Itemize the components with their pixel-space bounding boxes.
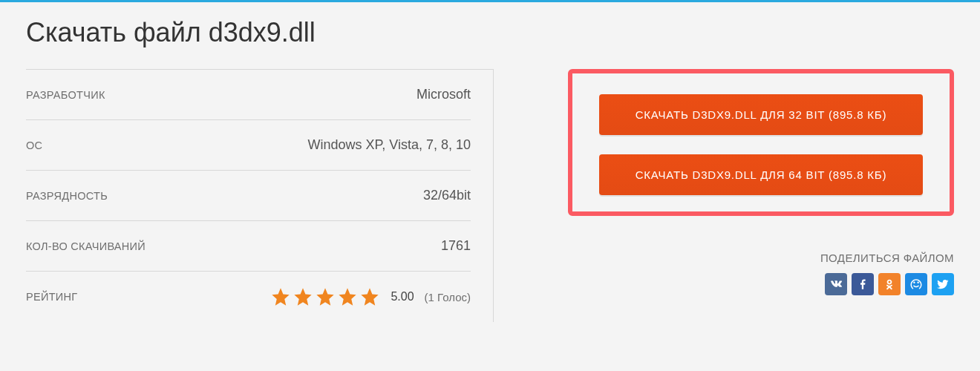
row-arch: РАЗРЯДНОСТЬ 32/64bit <box>26 171 471 221</box>
star-icon[interactable] <box>293 286 313 307</box>
download-32bit-button[interactable]: СКАЧАТЬ D3DX9.DLL ДЛЯ 32 BIT (895.8 КБ) <box>599 94 923 135</box>
star-icon[interactable] <box>337 286 358 307</box>
label-arch: РАЗРЯДНОСТЬ <box>26 190 108 202</box>
share-icons <box>568 273 954 295</box>
row-rating: РЕЙТИНГ 5.00 (1 Голос) <box>26 272 471 322</box>
row-os: ОС Windows XP, Vista, 7, 8, 10 <box>26 120 471 171</box>
row-developer: РАЗРАБОТЧИК Microsoft <box>26 70 471 120</box>
label-rating: РЕЙТИНГ <box>26 291 77 303</box>
share-vk-icon[interactable] <box>825 273 847 295</box>
value-developer: Microsoft <box>416 87 471 102</box>
rating-votes: (1 Голос) <box>425 291 471 303</box>
file-info-panel: РАЗРАБОТЧИК Microsoft ОС Windows XP, Vis… <box>26 69 494 322</box>
star-icon[interactable] <box>315 286 336 307</box>
label-developer: РАЗРАБОТЧИК <box>26 89 105 101</box>
label-os: ОС <box>26 139 42 151</box>
value-downloads: 1761 <box>441 238 471 254</box>
row-downloads: КОЛ-ВО СКАЧИВАНИЙ 1761 <box>26 221 471 272</box>
label-downloads: КОЛ-ВО СКАЧИВАНИЙ <box>26 240 146 252</box>
page-title: Скачать файл d3dx9.dll <box>26 17 954 48</box>
share-block: ПОДЕЛИТЬСЯ ФАЙЛОМ <box>568 252 954 295</box>
svg-point-1 <box>917 282 918 283</box>
download-64bit-button[interactable]: СКАЧАТЬ D3DX9.DLL ДЛЯ 64 BIT (895.8 КБ) <box>599 154 923 195</box>
star-icon[interactable] <box>270 286 291 307</box>
share-title: ПОДЕЛИТЬСЯ ФАЙЛОМ <box>568 252 954 264</box>
rating-stars[interactable] <box>270 286 380 307</box>
rating-score: 5.00 <box>391 290 414 303</box>
svg-point-0 <box>913 282 915 283</box>
share-tw-icon[interactable] <box>932 273 954 295</box>
value-arch: 32/64bit <box>423 188 471 203</box>
share-ok-icon[interactable] <box>878 273 901 295</box>
value-os: Windows XP, Vista, 7, 8, 10 <box>308 137 471 153</box>
share-fb-icon[interactable] <box>852 273 874 295</box>
star-icon[interactable] <box>359 286 380 307</box>
download-box: СКАЧАТЬ D3DX9.DLL ДЛЯ 32 BIT (895.8 КБ) … <box>568 69 954 216</box>
share-moimir-icon[interactable] <box>905 273 927 295</box>
